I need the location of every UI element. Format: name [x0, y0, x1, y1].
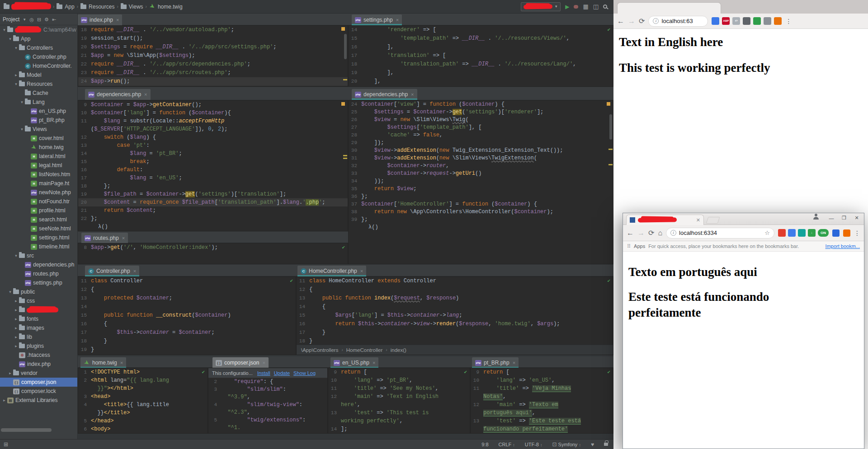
editor-index-php[interactable]: 18require __DIR__ . '/../vendor/autoload…: [78, 25, 348, 87]
editor-home-twig[interactable]: 1<!DOCTYPE html>2<html lang="{{ lang.lan…: [78, 368, 208, 434]
update-link[interactable]: Update: [274, 370, 290, 376]
tree-item-composer-json[interactable]: { }composer.json: [0, 378, 77, 387]
tree-item-images[interactable]: ▸images: [0, 323, 77, 332]
tree-item-model[interactable]: ▸Model: [0, 70, 77, 80]
tree-item-lib[interactable]: ▸lib: [0, 332, 77, 341]
readonly-lock-icon[interactable]: [604, 443, 608, 446]
locate-icon[interactable]: ◎: [29, 17, 34, 23]
framework-context[interactable]: ⊡ Symfony↕: [552, 441, 580, 448]
tree-item-public[interactable]: ▾public: [0, 287, 77, 296]
breadcrumb-item[interactable]: Resources: [89, 4, 114, 10]
tree-item-dependencies-ph[interactable]: phpdependencies.ph: [0, 260, 77, 269]
green-extension-icon[interactable]: [753, 17, 761, 25]
bookmark-star-icon[interactable]: ☆: [764, 229, 770, 236]
expand-arrow-icon[interactable]: ▸: [14, 344, 19, 348]
profile-icon[interactable]: [812, 214, 825, 222]
reload-icon[interactable]: ⟳: [639, 18, 645, 25]
expand-arrow-icon[interactable]: ▸: [14, 73, 19, 77]
tree-item-fonts[interactable]: ▸fonts: [0, 314, 77, 323]
expand-arrow-icon[interactable]: ▾: [14, 46, 19, 50]
debug-button[interactable]: [574, 5, 578, 9]
show-log-link[interactable]: Show Log: [293, 370, 316, 376]
forward-icon[interactable]: →: [637, 229, 645, 237]
tree-item[interactable]: ▾C:\wamp64\w: [0, 25, 77, 34]
download-manager-icon[interactable]: ↓: [808, 229, 816, 237]
tree-item-external-libraries[interactable]: ▸▤External Libraries: [0, 396, 77, 405]
tree-item-profile-html[interactable]: Hprofile.html: [0, 206, 77, 215]
tree-item-en-us-php[interactable]: phpen_US.php: [0, 107, 77, 116]
address-bar[interactable]: i localhost:63: [648, 16, 708, 27]
tree-item-settings-php[interactable]: phpsettings.php: [0, 278, 77, 287]
close-tab-icon[interactable]: ✕: [696, 217, 700, 223]
tree-item-css[interactable]: ▸css: [0, 296, 77, 305]
tree-item-pt-br-php[interactable]: phppt_BR.php: [0, 116, 77, 125]
expand-arrow-icon[interactable]: ▾: [14, 82, 19, 86]
editor-settings-php[interactable]: 14 'renderer' => [15 'template_path' => …: [348, 25, 613, 87]
bookmark-extension-icon[interactable]: [712, 17, 719, 25]
close-button[interactable]: ✕: [850, 214, 863, 222]
coverage-icon[interactable]: ▦: [583, 4, 588, 9]
tree-horizontal-scrollbar[interactable]: [1, 428, 52, 432]
scrollbar-thumb[interactable]: [609, 114, 612, 140]
title-breadcrumb[interactable]: ›App›Resources›Views›➤home.twig: [53, 4, 183, 10]
expand-arrow-icon[interactable]: ▸: [14, 326, 19, 330]
tree-item-timeline-html[interactable]: Htimeline.html: [0, 242, 77, 251]
red-extension-icon[interactable]: [778, 229, 786, 237]
breadcrumb-item[interactable]: home.twig: [158, 4, 183, 10]
tree-item-resources[interactable]: ▾Resources: [0, 80, 77, 89]
toolwindow-toggle-icon[interactable]: ⊞: [4, 441, 8, 448]
hide-panel-icon[interactable]: ⇤: [52, 17, 56, 23]
close-icon[interactable]: ×: [122, 235, 125, 241]
editor-controller-php[interactable]: 11class Controller12{13 protected $conta…: [78, 276, 296, 355]
tree-item-vendor[interactable]: ▸vendor: [0, 369, 77, 378]
breadcrumb-item[interactable]: index(): [391, 347, 406, 353]
home-icon[interactable]: ⌂: [658, 229, 662, 237]
event-log-icon[interactable]: ♥: [591, 441, 594, 448]
expand-arrow-icon[interactable]: ▸: [2, 398, 7, 402]
close-icon[interactable]: ×: [133, 268, 136, 274]
blue-page-action-icon[interactable]: [832, 229, 840, 237]
close-icon[interactable]: ×: [411, 92, 414, 97]
tree-item-views[interactable]: ▾Views: [0, 125, 77, 134]
editor-dependencies-left[interactable]: 9$container = $app->getContainer();10$co…: [78, 100, 348, 231]
editor-breadcrumb[interactable]: \App\Controllers›HomeController›index(): [297, 345, 613, 355]
expand-arrow-icon[interactable]: ▾: [8, 37, 13, 41]
tree-item[interactable]: ▸: [0, 305, 77, 314]
facebook-question-extension-icon[interactable]: f?: [732, 17, 740, 25]
tab-routes-php[interactable]: php routes.php×: [81, 233, 128, 243]
info-icon[interactable]: i: [670, 230, 676, 236]
tree-item-composer-lock[interactable]: { }composer.lock: [0, 387, 77, 396]
apps-label[interactable]: Apps: [634, 243, 645, 249]
new-tab-button[interactable]: [706, 217, 720, 224]
back-icon[interactable]: ←: [617, 18, 624, 25]
search-everywhere-icon[interactable]: [603, 5, 607, 9]
tree-item-controller-php[interactable]: CController.php: [0, 52, 77, 61]
expand-arrow-icon[interactable]: ▸: [14, 317, 19, 321]
close-icon[interactable]: ×: [513, 360, 515, 365]
expand-arrow-icon[interactable]: ▸: [14, 299, 19, 303]
expand-arrow-icon[interactable]: ▾: [8, 290, 13, 294]
minimize-button[interactable]: —: [825, 214, 838, 222]
tab-composer-json[interactable]: { } composer.json×: [212, 357, 269, 368]
gear-icon[interactable]: ⚙: [44, 17, 49, 23]
tree-item-home-twig[interactable]: ➤home.twig: [0, 143, 77, 152]
tab-settings-php[interactable]: php settings.php×: [352, 14, 402, 25]
address-bar[interactable]: i localhost:6334 ☆: [666, 228, 774, 239]
blue-extension-icon[interactable]: [788, 229, 796, 237]
close-icon[interactable]: ×: [116, 17, 119, 23]
close-icon[interactable]: ×: [373, 360, 375, 365]
tab-index-php[interactable]: php index.php×: [78, 14, 122, 25]
tree-item-seenote-html[interactable]: HseeNote.html: [0, 224, 77, 233]
caret-position[interactable]: 9:8: [481, 442, 488, 447]
expand-arrow-icon[interactable]: ▸: [14, 335, 19, 339]
tree-item-routes-php[interactable]: phproutes.php: [0, 269, 77, 278]
editor-en-us-php[interactable]: 9return [10 'lang' => 'pt_BR',11 'title'…: [328, 368, 470, 434]
profiler-icon[interactable]: ◫: [593, 4, 599, 9]
reload-icon[interactable]: ⟳: [648, 229, 654, 237]
expand-arrow-icon[interactable]: ▾: [19, 127, 24, 131]
browser-tab[interactable]: ✕: [626, 215, 704, 225]
tab-home-twig[interactable]: ➤ home.twig×: [80, 357, 126, 368]
orange-page-action-icon[interactable]: [843, 229, 850, 237]
tree-item-cache[interactable]: Cache: [0, 89, 77, 98]
on-toggle-icon[interactable]: ON: [818, 229, 829, 237]
